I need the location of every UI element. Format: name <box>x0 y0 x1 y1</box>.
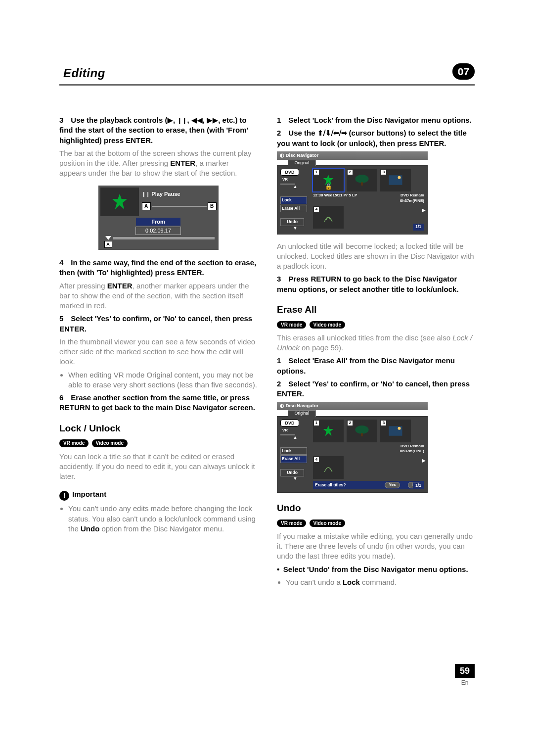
title-cell-3[interactable]: 3 <box>380 169 411 191</box>
title-cell-1[interactable]: 1 🔒 <box>313 169 344 191</box>
title-cell-1[interactable]: 1 <box>313 420 344 442</box>
step-5: 5 Select 'Yes' to confirm, or 'No' to ca… <box>59 314 257 334</box>
video-mode-badge: Video mode <box>310 520 346 527</box>
photo-icon <box>388 425 403 437</box>
menu-lock[interactable]: Lock <box>280 447 307 455</box>
erase-step-2: 2 Select 'Yes' to confirm, or 'No' to ca… <box>277 379 475 399</box>
heading-lock-unlock: Lock / Unlock <box>59 422 257 435</box>
title-info: 12:30 Wed15/11 Pr 5 LP <box>313 193 357 204</box>
vr-mode-badge: VR mode <box>277 520 306 527</box>
heading-erase-all: Erase All <box>277 303 475 316</box>
r-step-2: 2 Use the ⬆/⬇/⬅/➡ (cursor buttons) to se… <box>277 128 475 148</box>
title-cell-2[interactable]: 2 <box>347 169 377 191</box>
mode-badges-2: VR mode Video mode <box>277 319 475 329</box>
down-arrow-icon: ▼ <box>280 225 310 231</box>
mode-badges: VR mode Video mode <box>59 437 257 447</box>
position-marker-icon <box>105 236 111 240</box>
scroll-right-icon: ▶ <box>422 457 426 464</box>
remain-value: 0h37m(FINE) <box>400 449 424 453</box>
erase-step-1: 1 Select 'Erase All' from the Disc Navig… <box>277 356 475 376</box>
chapter-title: Editing <box>63 65 105 81</box>
important-heading: !Important <box>59 489 257 501</box>
page-indicator: 1/1 <box>413 224 424 230</box>
right-column: 1 Select 'Lock' from the Disc Navigator … <box>277 115 475 590</box>
disc-navigator-figure-erase: ◐ Disc Navigator Original DVD VR ▲ Lock … <box>277 402 428 493</box>
page-header: Editing 07 <box>59 64 475 86</box>
step-4-desc: After pressing ENTER, another marker app… <box>59 281 257 311</box>
vr-label: VR <box>282 428 310 433</box>
page-footer: 59 En <box>455 664 475 687</box>
language-label: En <box>455 679 475 687</box>
plant-icon <box>322 211 335 224</box>
step-6: 6 Erase another section from the same ti… <box>59 393 257 413</box>
menu-lock[interactable]: Lock <box>280 196 307 204</box>
leaf-icon <box>322 425 335 437</box>
up-arrow-icon: ▲ <box>280 184 310 189</box>
vr-mode-badge: VR mode <box>277 321 306 329</box>
step-4: 4 In the same way, find the end of the s… <box>59 258 257 278</box>
lock-result-desc: An unlocked title will become locked; a … <box>277 241 475 272</box>
mode-badges-3: VR mode Video mode <box>277 518 475 527</box>
step-3: 3 Use the playback controls (▶, ❙❙, ◀◀, … <box>59 115 257 145</box>
undo-step: • Select 'Undo' from the Disc Navigator … <box>277 565 475 574</box>
video-mode-badge: Video mode <box>92 439 128 447</box>
step-3-desc: The bar at the bottom of the screen show… <box>59 148 257 179</box>
lock-desc: You can lock a title so that it can't be… <box>59 452 257 482</box>
r-step-3: 3 Press RETURN to go back to the Disc Na… <box>277 274 475 294</box>
chapter-number-badge: 07 <box>452 63 475 80</box>
erase-desc: This erases all unlocked titles from the… <box>277 333 475 353</box>
important-icon: ! <box>59 491 69 501</box>
svg-point-7 <box>398 426 401 429</box>
svg-rect-1 <box>361 182 362 186</box>
progress-bar <box>113 237 215 239</box>
play-pause-figure: ❙❙ Play Pause A B From 0.02.09.17 A <box>98 186 219 250</box>
photo-icon <box>388 174 403 186</box>
undo-desc: If you make a mistake while editing, you… <box>277 531 475 562</box>
title-cell-3[interactable]: 3 <box>380 420 411 442</box>
nav-logo-icon: ◐ <box>280 403 284 409</box>
a-tag: A <box>104 241 112 248</box>
original-tab: Original <box>288 160 316 166</box>
menu-erase-all[interactable]: Erase All <box>280 205 307 212</box>
erase-prompt: Erase all titles? Yes No <box>313 481 424 489</box>
tree-icon <box>354 173 370 187</box>
r-step-1: 1 Select 'Lock' from the Disc Navigator … <box>277 115 475 125</box>
thumbnail <box>100 188 139 216</box>
svg-point-0 <box>355 175 368 183</box>
remain-label: DVD Remain <box>400 444 424 448</box>
vr-mode-badge: VR mode <box>59 439 89 447</box>
step-5-desc: In the thumbnail viewer you can see a fe… <box>59 337 257 367</box>
original-tab: Original <box>288 410 316 416</box>
step-5-note: When editing VR mode Original content, y… <box>68 370 257 390</box>
heading-undo: Undo <box>277 502 475 515</box>
menu-erase-all[interactable]: Erase All <box>280 455 307 463</box>
title-cell-2[interactable]: 2 <box>347 420 377 442</box>
title-cell-4[interactable]: 4 <box>313 456 344 479</box>
yes-button[interactable]: Yes <box>385 482 400 488</box>
up-arrow-icon: ▲ <box>280 434 310 440</box>
disc-navigator-figure-lock: ◐ Disc Navigator Original DVD VR ▲ Lock … <box>277 151 428 235</box>
dvd-badge: DVD <box>280 420 299 426</box>
vr-label: VR <box>282 177 310 183</box>
nav-logo-icon: ◐ <box>280 152 284 159</box>
from-label: From <box>136 218 180 226</box>
remain-label: DVD Remain <box>400 193 424 197</box>
page-indicator: 1/1 <box>413 482 424 489</box>
video-mode-badge: Video mode <box>310 321 346 329</box>
undo-note: You can't undo a Lock command. <box>286 577 475 587</box>
b-marker: B <box>208 202 217 210</box>
down-arrow-icon: ▼ <box>280 475 310 481</box>
page-number: 59 <box>455 664 475 678</box>
title-cell-4[interactable]: 4 <box>313 206 344 229</box>
dvd-badge: DVD <box>280 169 299 176</box>
padlock-icon: 🔒 <box>325 183 332 190</box>
svg-point-4 <box>355 425 368 434</box>
a-marker: A <box>142 202 151 210</box>
timecode: 0.02.09.17 <box>135 227 181 235</box>
plant-icon <box>322 461 335 474</box>
scroll-right-icon: ▶ <box>422 207 426 214</box>
left-column: 3 Use the playback controls (▶, ❙❙, ◀◀, … <box>59 115 257 590</box>
important-note: You can't undo any edits made before cha… <box>68 504 257 534</box>
leaf-icon <box>110 192 129 211</box>
svg-point-3 <box>398 176 401 179</box>
